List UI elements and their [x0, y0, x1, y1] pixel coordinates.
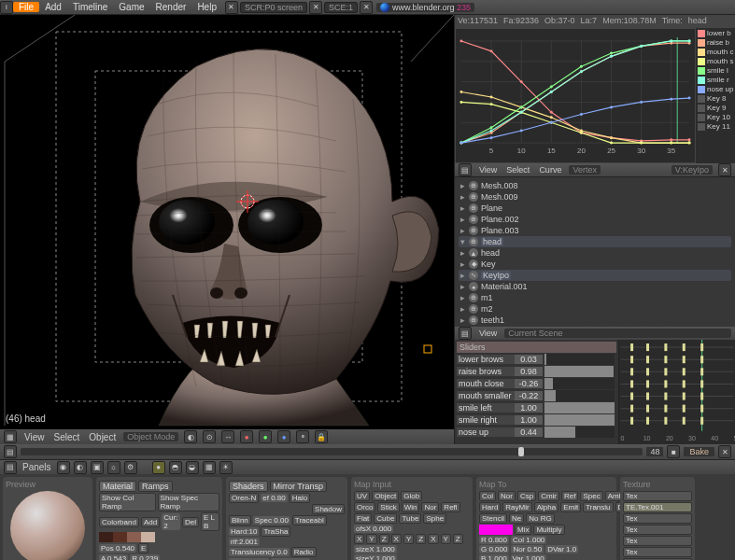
x-icon[interactable]: ✕: [309, 1, 322, 14]
legend-entry[interactable]: mouth s: [698, 57, 735, 65]
legend-entry[interactable]: lower b: [698, 29, 735, 37]
oren-val[interactable]: ef 0.80: [261, 494, 287, 502]
proj-button[interactable]: Tube: [399, 513, 421, 524]
editor-type-icon[interactable]: ▤: [4, 461, 17, 474]
proj-button[interactable]: Cube: [374, 513, 397, 524]
lock-icon[interactable]: 🔒: [315, 430, 328, 443]
context-scene-icon[interactable]: ☼: [107, 461, 120, 474]
screen-selector[interactable]: SCR:P0 screen: [240, 2, 307, 13]
coord-button[interactable]: Stick: [377, 502, 399, 512]
subtab-material-icon[interactable]: ●: [152, 461, 165, 474]
menu-timeline[interactable]: Timeline: [67, 2, 113, 12]
var-field[interactable]: Var 1.000: [511, 554, 546, 560]
shape-key-slider[interactable]: mouth close-0.26: [457, 378, 616, 389]
coord-button[interactable]: Win: [402, 502, 420, 512]
keyframe-tracks[interactable]: 01020304050: [619, 340, 735, 444]
subtab-radio-icon[interactable]: ☀: [219, 461, 233, 474]
texture-slot[interactable]: TE.Tex.001: [623, 502, 692, 512]
ipo-curve-editor[interactable]: 5101520253035 lower braise bmouth cmouth…: [455, 28, 735, 177]
subtab-lamp-icon[interactable]: ◒: [186, 461, 199, 474]
menu-file[interactable]: File: [13, 2, 39, 12]
tab-material[interactable]: Material: [99, 481, 136, 492]
show-col-ramp-button[interactable]: Show Col Ramp: [99, 493, 156, 511]
action-tracks[interactable]: 01020304050: [618, 340, 735, 444]
coord-button[interactable]: Glob: [401, 491, 422, 501]
mapto-button[interactable]: Csp: [517, 491, 536, 501]
shape-key-slider[interactable]: lower brows0.03: [457, 354, 616, 365]
axis-button[interactable]: X: [391, 534, 402, 544]
bake-button[interactable]: Bake: [684, 447, 714, 456]
ipo-vertex-dd[interactable]: Vertex: [569, 165, 601, 175]
ipo-keyipo-dd[interactable]: V:KeyIpo: [671, 165, 713, 175]
norg-toggle[interactable]: Mix: [515, 525, 531, 535]
coord-button[interactable]: UV: [354, 491, 370, 501]
axis-button[interactable]: Z: [453, 534, 463, 544]
dvar-field[interactable]: DVar 1.0: [545, 545, 578, 553]
editor-type-icon[interactable]: ▦: [4, 430, 17, 443]
pos-field[interactable]: Pos 0.540: [99, 544, 136, 553]
menu-help[interactable]: Help: [191, 2, 222, 12]
outliner-node[interactable]: ▸⊕teeth1: [459, 315, 731, 326]
editor-type-icon[interactable]: ▤: [459, 327, 472, 340]
axis-button[interactable]: Z: [379, 534, 389, 544]
shape-key-slider[interactable]: mouth smaller-0.22: [457, 390, 616, 401]
shape-key-slider[interactable]: nose up0.44: [457, 427, 616, 438]
stencil-button[interactable]: Ne: [509, 513, 524, 524]
select-menu[interactable]: Select: [52, 432, 82, 442]
subtab-texture-icon[interactable]: ▦: [203, 461, 216, 474]
context-script-icon[interactable]: ⚙: [124, 461, 137, 474]
col-field[interactable]: Col 1.000: [511, 536, 546, 544]
shape-key-slider[interactable]: smile right1.00: [457, 414, 616, 426]
coord-button[interactable]: Object: [372, 491, 399, 501]
editor-type-icon[interactable]: ▤: [459, 163, 472, 176]
trasha-toggle[interactable]: TraSha: [261, 526, 290, 537]
g-field[interactable]: G 0.000: [479, 545, 509, 553]
axis-button[interactable]: Z: [416, 534, 426, 544]
spec-field[interactable]: Spec 0.00: [253, 516, 290, 525]
legend-entry[interactable]: smile l: [698, 66, 735, 75]
hard-field[interactable]: Hard:10: [229, 527, 259, 536]
outliner-node[interactable]: ▸∿KeyIpo: [459, 270, 731, 281]
outliner-node[interactable]: ▸⊕Plane.003: [459, 225, 731, 236]
mapto-button[interactable]: Cmir: [538, 491, 559, 501]
url-bar[interactable]: www.blender.org 235: [376, 3, 474, 12]
scrub-handle-icon[interactable]: [518, 447, 524, 456]
legend-entry[interactable]: mouth c: [698, 48, 735, 56]
interp-dd[interactable]: E L B: [201, 512, 219, 531]
ipo-graph[interactable]: 5101520253035: [455, 28, 696, 163]
outliner[interactable]: ▸⊕Mesh.008▸⊕Mesh.009▸⊕Plane▸⊕Plane.002▸⊕…: [455, 177, 735, 327]
outliner-node[interactable]: ▸▲head: [459, 247, 731, 259]
refl-field[interactable]: rlf:2.001: [229, 538, 260, 546]
frame-scrubber[interactable]: [21, 448, 643, 455]
mapto-button[interactable]: Translu: [583, 502, 613, 512]
x-icon[interactable]: ✕: [718, 445, 731, 458]
outliner-view-menu[interactable]: View: [477, 329, 499, 338]
legend-entry[interactable]: Key 9: [698, 104, 735, 112]
outliner-node[interactable]: ▸⊕Mesh.009: [459, 191, 731, 203]
proj-button[interactable]: Flat: [354, 513, 372, 524]
ipo-x-icon[interactable]: ✕: [718, 163, 731, 176]
axis-button[interactable]: Y: [441, 534, 451, 544]
snap-icon[interactable]: ⚬: [296, 430, 309, 443]
texture-slot[interactable]: Tex: [623, 525, 692, 535]
b-field[interactable]: B 1.000: [479, 554, 509, 560]
spec-shader-dd[interactable]: Blinn: [229, 515, 251, 525]
context-shading-icon[interactable]: ◐: [74, 461, 87, 474]
colorband-toggle[interactable]: Colorband: [99, 517, 139, 527]
viewport-3d[interactable]: (46) head ▦ View Select Object Object Mo…: [0, 15, 455, 444]
outliner-node[interactable]: ▸●Material.001: [459, 281, 731, 292]
coord-button[interactable]: Nor: [421, 502, 439, 512]
sizey-field[interactable]: sizeY 1.000: [354, 554, 397, 560]
menu-game[interactable]: Game: [113, 2, 149, 12]
axis-button[interactable]: X: [428, 534, 438, 544]
shading-icon[interactable]: ◐: [184, 430, 197, 443]
legend-entry[interactable]: smile r: [698, 76, 735, 84]
color-swatch[interactable]: [479, 525, 513, 535]
axis-x-icon[interactable]: ●: [240, 430, 253, 443]
radio-toggle[interactable]: Radio: [291, 547, 317, 557]
e-button[interactable]: E: [138, 543, 148, 553]
editor-type-icon[interactable]: ▤: [4, 445, 17, 458]
stop-icon[interactable]: ■: [667, 445, 680, 458]
axis-z-icon[interactable]: ●: [277, 430, 290, 443]
shape-key-slider[interactable]: smile left1.00: [457, 402, 616, 413]
